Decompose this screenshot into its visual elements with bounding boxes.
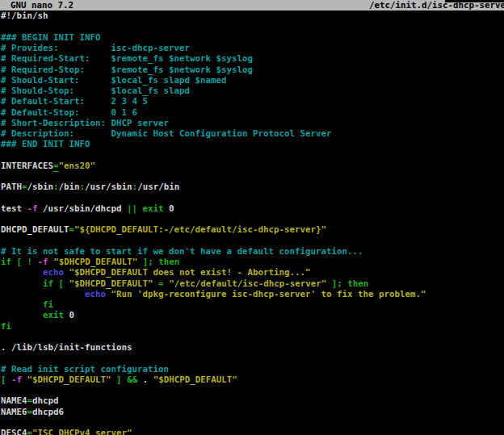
code-segment: dhcpd (32, 395, 59, 406)
editor-line: echo "$DHCPD_DEFAULT does not exist! - A… (1, 267, 504, 278)
code-segment: "ISC DHCPv4 server" (32, 428, 132, 435)
code-segment: 0 (64, 310, 74, 320)
editor-line: fi (1, 299, 504, 310)
code-segment (1, 310, 43, 320)
editor-line: # Should-Stop: $local_fs slapd (1, 86, 504, 96)
editor-line: # Required-Start: $remote_fs $network $s… (1, 53, 504, 64)
code-segment: PATH (1, 182, 22, 192)
code-segment: /usr/sbin (85, 182, 132, 192)
code-segment: "$DHCPD_DEFAULT" (69, 278, 153, 289)
code-segment: # Default-Stop: 0 1 6 (1, 107, 137, 118)
editor-line: # Short-Description: DHCP server (1, 118, 504, 128)
code-segment (1, 289, 85, 299)
editor-line: if [ "$DHCPD_DEFAULT" = "/etc/default/is… (1, 278, 504, 289)
code-segment: /bin (59, 182, 80, 192)
code-segment: fi (1, 321, 11, 332)
editor-line (1, 193, 504, 203)
code-segment: fi (43, 299, 53, 310)
terminal-screen[interactable]: GNU nano 7.2 /etc/init.d/isc-dhcp-server… (0, 0, 504, 435)
code-segment: -f (38, 257, 48, 267)
code-segment: "/etc/default/isc-dhcp-server" (169, 278, 326, 289)
editor-line (1, 22, 504, 32)
code-segment: "Run 'dpkg-reconfigure isc-dhcp-server' … (111, 289, 426, 299)
code-segment (1, 278, 43, 289)
editor-line: # Required-Stop: $remote_fs $network $sy… (1, 65, 504, 75)
code-segment: "$DHCPD_DEFAULT" (53, 257, 137, 267)
editor-line: echo "Run 'dpkg-reconfigure isc-dhcp-ser… (1, 289, 504, 299)
code-segment: # Description: Dynamic Host Configuratio… (1, 128, 332, 139)
code-segment: "$DHCPD_DEFAULT" (153, 374, 237, 385)
code-segment: # Required-Start: $remote_fs $network $s… (1, 53, 253, 64)
code-segment: ### END INIT INFO (1, 139, 90, 149)
code-segment: DESC4 (1, 428, 27, 435)
code-segment: /sbin (27, 182, 54, 192)
code-segment: && (127, 374, 137, 385)
code-segment: echo (43, 267, 64, 278)
code-segment: . (137, 374, 153, 385)
code-segment: 0 (164, 203, 174, 214)
code-segment: exit (143, 203, 164, 214)
app-version-label: GNU nano 7.2 (0, 0, 74, 10)
code-segment: # Short-Description: DHCP server (1, 118, 169, 128)
nano-titlebar: GNU nano 7.2 /etc/init.d/isc-dhcp-server (0, 0, 504, 10)
editor-line (1, 150, 504, 161)
code-segment: dhcpd6 (32, 407, 64, 417)
editor-line: # It is not safe to start if we don't ha… (1, 246, 504, 257)
code-segment (1, 299, 43, 310)
code-segment: NAME6 (1, 407, 27, 417)
code-segment (1, 267, 43, 278)
editor-line: NAME4=dhcpd (1, 395, 504, 406)
editor-content: #!/bin/sh### BEGIN INIT INFO# Provides: … (1, 10, 504, 435)
editor-line: INTERFACES="ens20" (1, 161, 504, 171)
code-segment: ### BEGIN INIT INFO (1, 32, 101, 43)
editor-line: # Read init script configuration (1, 364, 504, 374)
code-segment: echo (85, 289, 106, 299)
code-segment: -f (27, 203, 38, 214)
code-segment: # It is not safe to start if we don't ha… (1, 246, 363, 257)
editor-line (1, 171, 504, 182)
editor-line: [ -f "$DHCPD_DEFAULT" ] && . "$DHCPD_DEF… (1, 374, 504, 385)
code-segment: NAME4 (1, 395, 27, 406)
editor-line: # Provides: isc-dhcp-server (1, 43, 504, 53)
editor-line (1, 385, 504, 395)
code-segment: . /lib/lsb/init-functions (1, 342, 132, 353)
code-segment: /usr/bin (137, 182, 179, 192)
editor-line: ### BEGIN INIT INFO (1, 32, 504, 43)
code-segment: "ens20" (59, 161, 96, 171)
code-segment: "$DHCPD_DEFAULT does not exist! - Aborti… (69, 267, 311, 278)
editor-line (1, 417, 504, 428)
editor-line: DESC4="ISC DHCPv4 server" (1, 428, 504, 435)
code-segment: INTERFACES (1, 161, 53, 171)
editor-line: ### END INIT INFO (1, 139, 504, 149)
code-segment: # Provides: isc-dhcp-server (1, 43, 190, 53)
editor-line (1, 332, 504, 342)
editor-line (1, 236, 504, 246)
code-segment: ]; (143, 257, 153, 267)
code-segment: then (158, 257, 179, 267)
editor-line: NAME6=dhcpd6 (1, 407, 504, 417)
code-segment: # Required-Stop: $remote_fs $network $sy… (1, 65, 253, 75)
code-segment: test (1, 203, 27, 214)
code-segment: # Default-Start: 2 3 4 5 (1, 96, 148, 107)
code-segment: if (43, 278, 53, 289)
editor-line: # Default-Start: 2 3 4 5 (1, 96, 504, 107)
editor-line: exit 0 (1, 310, 504, 320)
editor-line: if [ ! -f "$DHCPD_DEFAULT" ]; then (1, 257, 504, 267)
code-segment: exit (43, 310, 64, 320)
code-segment: -f (11, 374, 22, 385)
screen-artifact (445, 0, 504, 2)
code-segment: ]; (332, 278, 342, 289)
code-segment: DHCPD_DEFAULT (1, 224, 69, 235)
code-segment: if (1, 257, 11, 267)
editor-line: # Default-Stop: 0 1 6 (1, 107, 504, 118)
code-segment: # Read init script configuration (1, 364, 169, 374)
code-segment: "$DHCPD_DEFAULT" (27, 374, 111, 385)
editor-line (1, 214, 504, 224)
editor-line: test -f /usr/sbin/dhcpd || exit 0 (1, 203, 504, 214)
code-segment: #!/bin/sh (1, 10, 48, 21)
editor-line (1, 353, 504, 363)
editor-line: . /lib/lsb/init-functions (1, 342, 504, 353)
code-segment: # Should-Start: $local_fs slapd $named (1, 75, 227, 86)
code-segment: then (347, 278, 368, 289)
editor-line: fi (1, 321, 504, 332)
